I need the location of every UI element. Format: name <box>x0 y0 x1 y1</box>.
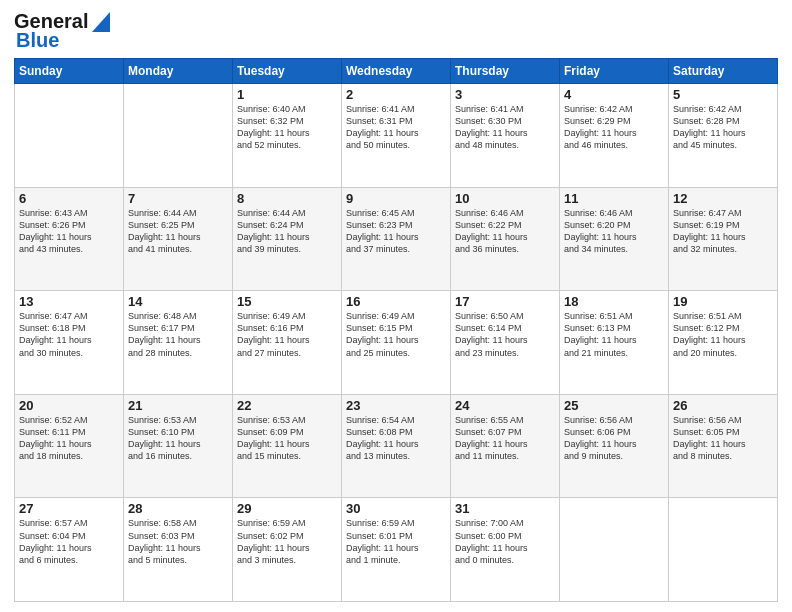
calendar-cell: 4Sunrise: 6:42 AM Sunset: 6:29 PM Daylig… <box>560 84 669 188</box>
calendar-cell: 24Sunrise: 6:55 AM Sunset: 6:07 PM Dayli… <box>451 394 560 498</box>
calendar-cell: 30Sunrise: 6:59 AM Sunset: 6:01 PM Dayli… <box>342 498 451 602</box>
day-number: 16 <box>346 294 446 309</box>
day-info: Sunrise: 6:56 AM Sunset: 6:06 PM Dayligh… <box>564 414 664 463</box>
day-info: Sunrise: 6:53 AM Sunset: 6:10 PM Dayligh… <box>128 414 228 463</box>
day-info: Sunrise: 6:57 AM Sunset: 6:04 PM Dayligh… <box>19 517 119 566</box>
day-info: Sunrise: 6:50 AM Sunset: 6:14 PM Dayligh… <box>455 310 555 359</box>
day-number: 2 <box>346 87 446 102</box>
calendar-cell: 11Sunrise: 6:46 AM Sunset: 6:20 PM Dayli… <box>560 187 669 291</box>
day-info: Sunrise: 7:00 AM Sunset: 6:00 PM Dayligh… <box>455 517 555 566</box>
calendar-cell: 2Sunrise: 6:41 AM Sunset: 6:31 PM Daylig… <box>342 84 451 188</box>
day-number: 22 <box>237 398 337 413</box>
day-info: Sunrise: 6:42 AM Sunset: 6:28 PM Dayligh… <box>673 103 773 152</box>
calendar-cell: 17Sunrise: 6:50 AM Sunset: 6:14 PM Dayli… <box>451 291 560 395</box>
day-number: 11 <box>564 191 664 206</box>
day-info: Sunrise: 6:58 AM Sunset: 6:03 PM Dayligh… <box>128 517 228 566</box>
day-info: Sunrise: 6:45 AM Sunset: 6:23 PM Dayligh… <box>346 207 446 256</box>
weekday-header-monday: Monday <box>124 59 233 84</box>
logo: General Blue <box>14 10 110 52</box>
day-info: Sunrise: 6:52 AM Sunset: 6:11 PM Dayligh… <box>19 414 119 463</box>
weekday-header-wednesday: Wednesday <box>342 59 451 84</box>
day-info: Sunrise: 6:44 AM Sunset: 6:25 PM Dayligh… <box>128 207 228 256</box>
week-row-2: 6Sunrise: 6:43 AM Sunset: 6:26 PM Daylig… <box>15 187 778 291</box>
day-number: 23 <box>346 398 446 413</box>
day-info: Sunrise: 6:48 AM Sunset: 6:17 PM Dayligh… <box>128 310 228 359</box>
calendar-cell: 29Sunrise: 6:59 AM Sunset: 6:02 PM Dayli… <box>233 498 342 602</box>
calendar-cell: 26Sunrise: 6:56 AM Sunset: 6:05 PM Dayli… <box>669 394 778 498</box>
svg-marker-0 <box>92 12 110 32</box>
weekday-header-sunday: Sunday <box>15 59 124 84</box>
day-number: 7 <box>128 191 228 206</box>
day-info: Sunrise: 6:59 AM Sunset: 6:02 PM Dayligh… <box>237 517 337 566</box>
day-info: Sunrise: 6:53 AM Sunset: 6:09 PM Dayligh… <box>237 414 337 463</box>
calendar-cell: 14Sunrise: 6:48 AM Sunset: 6:17 PM Dayli… <box>124 291 233 395</box>
day-number: 3 <box>455 87 555 102</box>
day-number: 15 <box>237 294 337 309</box>
day-number: 18 <box>564 294 664 309</box>
week-row-5: 27Sunrise: 6:57 AM Sunset: 6:04 PM Dayli… <box>15 498 778 602</box>
calendar-cell: 19Sunrise: 6:51 AM Sunset: 6:12 PM Dayli… <box>669 291 778 395</box>
calendar-cell: 28Sunrise: 6:58 AM Sunset: 6:03 PM Dayli… <box>124 498 233 602</box>
day-info: Sunrise: 6:56 AM Sunset: 6:05 PM Dayligh… <box>673 414 773 463</box>
day-number: 20 <box>19 398 119 413</box>
day-info: Sunrise: 6:51 AM Sunset: 6:12 PM Dayligh… <box>673 310 773 359</box>
calendar-cell: 22Sunrise: 6:53 AM Sunset: 6:09 PM Dayli… <box>233 394 342 498</box>
calendar-cell: 5Sunrise: 6:42 AM Sunset: 6:28 PM Daylig… <box>669 84 778 188</box>
logo-blue-text: Blue <box>16 29 59 52</box>
day-info: Sunrise: 6:55 AM Sunset: 6:07 PM Dayligh… <box>455 414 555 463</box>
calendar-cell: 27Sunrise: 6:57 AM Sunset: 6:04 PM Dayli… <box>15 498 124 602</box>
day-number: 1 <box>237 87 337 102</box>
calendar-cell: 6Sunrise: 6:43 AM Sunset: 6:26 PM Daylig… <box>15 187 124 291</box>
day-number: 5 <box>673 87 773 102</box>
day-info: Sunrise: 6:47 AM Sunset: 6:19 PM Dayligh… <box>673 207 773 256</box>
calendar-cell: 9Sunrise: 6:45 AM Sunset: 6:23 PM Daylig… <box>342 187 451 291</box>
week-row-1: 1Sunrise: 6:40 AM Sunset: 6:32 PM Daylig… <box>15 84 778 188</box>
day-info: Sunrise: 6:46 AM Sunset: 6:22 PM Dayligh… <box>455 207 555 256</box>
day-number: 8 <box>237 191 337 206</box>
day-number: 14 <box>128 294 228 309</box>
calendar-cell: 31Sunrise: 7:00 AM Sunset: 6:00 PM Dayli… <box>451 498 560 602</box>
calendar-cell: 7Sunrise: 6:44 AM Sunset: 6:25 PM Daylig… <box>124 187 233 291</box>
calendar-cell <box>560 498 669 602</box>
weekday-header-saturday: Saturday <box>669 59 778 84</box>
header: General Blue <box>14 10 778 52</box>
day-number: 9 <box>346 191 446 206</box>
day-number: 21 <box>128 398 228 413</box>
calendar-cell: 25Sunrise: 6:56 AM Sunset: 6:06 PM Dayli… <box>560 394 669 498</box>
calendar-cell: 12Sunrise: 6:47 AM Sunset: 6:19 PM Dayli… <box>669 187 778 291</box>
calendar-cell: 21Sunrise: 6:53 AM Sunset: 6:10 PM Dayli… <box>124 394 233 498</box>
calendar-cell: 23Sunrise: 6:54 AM Sunset: 6:08 PM Dayli… <box>342 394 451 498</box>
weekday-header-thursday: Thursday <box>451 59 560 84</box>
calendar-cell: 8Sunrise: 6:44 AM Sunset: 6:24 PM Daylig… <box>233 187 342 291</box>
day-number: 24 <box>455 398 555 413</box>
week-row-3: 13Sunrise: 6:47 AM Sunset: 6:18 PM Dayli… <box>15 291 778 395</box>
day-info: Sunrise: 6:51 AM Sunset: 6:13 PM Dayligh… <box>564 310 664 359</box>
day-number: 27 <box>19 501 119 516</box>
day-number: 4 <box>564 87 664 102</box>
day-number: 31 <box>455 501 555 516</box>
calendar-cell: 3Sunrise: 6:41 AM Sunset: 6:30 PM Daylig… <box>451 84 560 188</box>
calendar-cell: 18Sunrise: 6:51 AM Sunset: 6:13 PM Dayli… <box>560 291 669 395</box>
weekday-header-row: SundayMondayTuesdayWednesdayThursdayFrid… <box>15 59 778 84</box>
day-number: 19 <box>673 294 773 309</box>
day-number: 6 <box>19 191 119 206</box>
day-number: 17 <box>455 294 555 309</box>
day-info: Sunrise: 6:42 AM Sunset: 6:29 PM Dayligh… <box>564 103 664 152</box>
week-row-4: 20Sunrise: 6:52 AM Sunset: 6:11 PM Dayli… <box>15 394 778 498</box>
calendar-cell <box>15 84 124 188</box>
day-number: 25 <box>564 398 664 413</box>
day-info: Sunrise: 6:44 AM Sunset: 6:24 PM Dayligh… <box>237 207 337 256</box>
calendar-cell: 15Sunrise: 6:49 AM Sunset: 6:16 PM Dayli… <box>233 291 342 395</box>
calendar-cell: 10Sunrise: 6:46 AM Sunset: 6:22 PM Dayli… <box>451 187 560 291</box>
calendar-table: SundayMondayTuesdayWednesdayThursdayFrid… <box>14 58 778 602</box>
calendar-cell <box>124 84 233 188</box>
day-number: 13 <box>19 294 119 309</box>
calendar-cell: 20Sunrise: 6:52 AM Sunset: 6:11 PM Dayli… <box>15 394 124 498</box>
calendar-cell <box>669 498 778 602</box>
day-number: 28 <box>128 501 228 516</box>
page: General Blue SundayMondayTuesdayWednesda… <box>0 0 792 612</box>
day-info: Sunrise: 6:47 AM Sunset: 6:18 PM Dayligh… <box>19 310 119 359</box>
day-info: Sunrise: 6:41 AM Sunset: 6:30 PM Dayligh… <box>455 103 555 152</box>
day-info: Sunrise: 6:54 AM Sunset: 6:08 PM Dayligh… <box>346 414 446 463</box>
day-info: Sunrise: 6:59 AM Sunset: 6:01 PM Dayligh… <box>346 517 446 566</box>
